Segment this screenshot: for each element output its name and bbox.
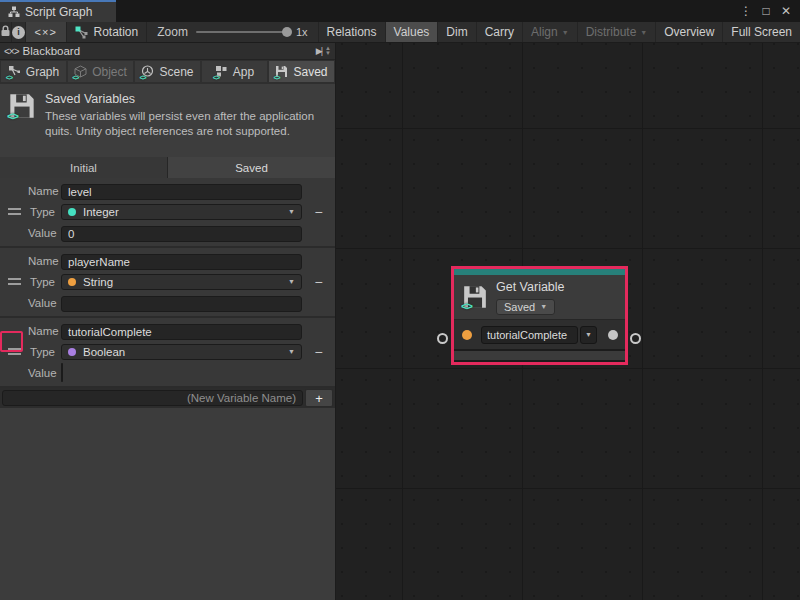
toolbar-right-group: Relations Values Dim Carry Align▼ Distri… bbox=[318, 22, 800, 42]
window-controls: ⋮ □ ✕ bbox=[738, 0, 800, 22]
window-close-icon[interactable]: ✕ bbox=[778, 4, 794, 18]
tab-initial[interactable]: Initial bbox=[0, 157, 167, 178]
distribute-button: Distribute▼ bbox=[577, 22, 656, 42]
rotation-label: Rotation bbox=[94, 25, 139, 39]
node-ports-row: tutorialComplete ▼ bbox=[454, 319, 625, 349]
variable-kind-dropdown[interactable]: Saved ▼ bbox=[496, 299, 555, 315]
value-label: Value bbox=[28, 297, 61, 309]
node-header: <> Get Variable Saved ▼ bbox=[454, 275, 625, 319]
tab-app[interactable]: <> App bbox=[202, 61, 267, 82]
variables-list: Name Type Integer ▼ − Val bbox=[0, 178, 335, 408]
value-label: Value bbox=[28, 367, 61, 379]
info-title: Saved Variables bbox=[45, 92, 333, 106]
variable-value-input[interactable] bbox=[61, 226, 302, 242]
initial-saved-tabs: Initial Saved bbox=[0, 157, 335, 178]
dim-button[interactable]: Dim bbox=[437, 22, 475, 42]
remove-variable-button[interactable]: − bbox=[302, 344, 335, 360]
drag-handle-icon[interactable] bbox=[8, 348, 21, 355]
window-maximize-icon[interactable]: □ bbox=[758, 4, 774, 18]
node-title: Get Variable bbox=[496, 280, 565, 294]
graph-tree-icon bbox=[8, 6, 20, 18]
value-output-port[interactable] bbox=[608, 330, 618, 340]
variable-value-checkbox[interactable] bbox=[61, 363, 63, 382]
variable-name-input[interactable] bbox=[61, 324, 302, 340]
value-label: Value bbox=[28, 227, 61, 239]
get-variable-node[interactable]: <> Get Variable Saved ▼ tutorialComplete… bbox=[451, 266, 628, 365]
tab-saved-values[interactable]: Saved bbox=[168, 157, 335, 178]
blackboard-empty-area bbox=[0, 408, 335, 600]
rotation-button[interactable]: Rotation bbox=[67, 22, 148, 42]
blackboard-header: <×> Blackboard ▶| ▲▼ bbox=[0, 43, 335, 60]
type-label: Type bbox=[28, 206, 61, 218]
variable-name-input[interactable] bbox=[61, 184, 302, 200]
full-screen-button[interactable]: Full Screen bbox=[722, 22, 800, 42]
remove-variable-button[interactable]: − bbox=[302, 204, 335, 220]
overview-button[interactable]: Overview bbox=[655, 22, 722, 42]
variable-name-port[interactable] bbox=[462, 330, 472, 340]
window-menu-icon[interactable]: ⋮ bbox=[738, 4, 754, 18]
variable-name-input[interactable] bbox=[61, 254, 302, 270]
window-tab-title: Script Graph bbox=[25, 5, 92, 19]
remove-variable-button[interactable]: − bbox=[302, 274, 335, 290]
zoom-slider-handle[interactable] bbox=[282, 27, 292, 37]
variable-scope-tabs: <> Graph <> Object <> Scene bbox=[0, 60, 335, 84]
variable-type-dropdown[interactable]: Boolean ▼ bbox=[61, 344, 302, 360]
blackboard-icon: <×> bbox=[4, 46, 19, 57]
drag-handle-icon[interactable] bbox=[8, 208, 21, 215]
tab-saved[interactable]: <> Saved bbox=[269, 61, 334, 82]
variable-dropdown-button[interactable]: ▼ bbox=[580, 326, 597, 344]
new-variable-row: + bbox=[0, 388, 335, 408]
zoom-label: Zoom bbox=[157, 25, 188, 39]
saved-variables-icon: <> bbox=[462, 284, 488, 310]
chevron-down-icon: ▼ bbox=[288, 278, 295, 285]
type-color-dot bbox=[68, 208, 76, 216]
align-button: Align▼ bbox=[522, 22, 577, 42]
name-label: Name bbox=[28, 325, 61, 337]
tab-graph[interactable]: <> Graph bbox=[1, 61, 66, 82]
app-variables-icon: <> bbox=[215, 65, 229, 78]
type-color-dot bbox=[68, 278, 76, 286]
blackboard-panel: <×> Blackboard ▶| ▲▼ <> Graph bbox=[0, 43, 336, 600]
zoom-control: Zoom 1x bbox=[147, 22, 317, 42]
lock-icon bbox=[0, 25, 11, 40]
new-variable-input[interactable] bbox=[2, 390, 303, 406]
output-connection-port[interactable] bbox=[630, 333, 641, 344]
blackboard-title: Blackboard bbox=[23, 45, 81, 57]
chevron-down-icon: ▼ bbox=[540, 303, 547, 310]
node-footer bbox=[454, 349, 625, 360]
title-bar: Script Graph ⋮ □ ✕ bbox=[0, 0, 800, 22]
graph-canvas[interactable]: <> Get Variable Saved ▼ tutorialComplete… bbox=[336, 43, 800, 600]
name-label: Name bbox=[28, 185, 61, 197]
add-variable-button[interactable]: + bbox=[305, 389, 333, 407]
drag-handle-icon[interactable] bbox=[8, 278, 21, 285]
relations-button[interactable]: Relations bbox=[318, 22, 385, 42]
variable-name-dropdown[interactable]: tutorialComplete bbox=[481, 326, 578, 344]
variable-card-playername: Name Type String ▼ − Valu bbox=[0, 248, 335, 318]
variable-type-dropdown[interactable]: Integer ▼ bbox=[61, 204, 302, 220]
saved-variables-icon: <> bbox=[275, 65, 289, 78]
rotation-icon bbox=[75, 26, 88, 39]
info-icon: i bbox=[12, 26, 25, 39]
chevron-down-icon: ▼ bbox=[562, 29, 569, 36]
carry-button[interactable]: Carry bbox=[476, 22, 522, 42]
info-button[interactable]: i bbox=[12, 22, 26, 42]
variable-value-input[interactable] bbox=[61, 296, 302, 312]
tab-script-graph[interactable]: Script Graph bbox=[0, 0, 116, 22]
object-variables-icon: <> bbox=[74, 65, 88, 78]
values-button[interactable]: Values bbox=[385, 22, 438, 42]
name-label: Name bbox=[28, 255, 61, 267]
chevron-down-icon: ▼ bbox=[288, 348, 295, 355]
dock-panel-icon[interactable]: ▶| bbox=[316, 46, 321, 56]
panel-scroll-arrows[interactable]: ▲▼ bbox=[325, 46, 331, 56]
code-view-toggle-button[interactable]: <×> bbox=[26, 22, 67, 42]
tab-object[interactable]: <> Object bbox=[68, 61, 133, 82]
input-connection-port[interactable] bbox=[437, 333, 448, 344]
variable-type-dropdown[interactable]: String ▼ bbox=[61, 274, 302, 290]
info-description: These variables will persist even after … bbox=[45, 109, 333, 139]
saved-variables-icon: <> bbox=[8, 92, 36, 120]
main-area: <×> Blackboard ▶| ▲▼ <> Graph bbox=[0, 43, 800, 600]
tab-scene[interactable]: <> Scene bbox=[135, 61, 200, 82]
lock-button[interactable] bbox=[0, 22, 12, 42]
type-color-dot bbox=[68, 348, 76, 356]
zoom-slider[interactable] bbox=[196, 31, 288, 33]
